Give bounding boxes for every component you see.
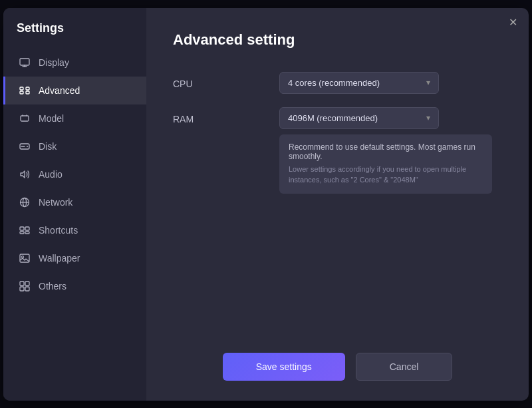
sidebar-item-advanced[interactable]: Advanced bbox=[3, 77, 146, 104]
page-title: Advanced setting bbox=[173, 31, 502, 49]
disk-icon bbox=[19, 140, 31, 152]
sidebar-item-label: Network bbox=[39, 197, 72, 208]
shortcuts-icon bbox=[19, 224, 31, 236]
svg-rect-13 bbox=[25, 232, 29, 234]
ram-control: 4096M (recommended) ▾ Recommend to use d… bbox=[279, 107, 502, 194]
model-icon bbox=[19, 112, 31, 124]
advanced-icon bbox=[19, 85, 31, 97]
svg-rect-10 bbox=[20, 227, 24, 230]
settings-dialog: ✕ Settings Display bbox=[3, 8, 529, 401]
svg-point-7 bbox=[27, 146, 28, 147]
sidebar-item-display[interactable]: Display bbox=[3, 49, 146, 77]
sidebar-item-audio[interactable]: Audio bbox=[3, 160, 146, 188]
cpu-value: 4 cores (recommended) bbox=[288, 78, 380, 88]
svg-rect-0 bbox=[20, 59, 29, 65]
network-icon bbox=[19, 196, 31, 208]
svg-rect-14 bbox=[20, 254, 29, 262]
tooltip-line1: Recommend to use default settings. Most … bbox=[289, 142, 483, 161]
svg-rect-16 bbox=[20, 282, 24, 286]
save-button[interactable]: Save settings bbox=[223, 353, 345, 381]
audio-icon bbox=[19, 168, 31, 180]
sidebar-item-label: Others bbox=[39, 281, 66, 292]
cpu-row: CPU 4 cores (recommended) ▾ bbox=[173, 72, 502, 94]
sidebar-item-label: Audio bbox=[39, 169, 63, 180]
sidebar-item-wallpaper[interactable]: Wallpaper bbox=[3, 244, 146, 272]
svg-rect-5 bbox=[21, 116, 29, 121]
sidebar-item-disk[interactable]: Disk bbox=[3, 132, 146, 160]
svg-rect-19 bbox=[25, 287, 29, 291]
svg-rect-1 bbox=[20, 87, 23, 90]
settings-form: CPU 4 cores (recommended) ▾ RAM 4096M (r… bbox=[173, 72, 502, 339]
sidebar-item-label: Display bbox=[39, 57, 69, 68]
display-icon bbox=[19, 57, 31, 69]
cancel-button[interactable]: Cancel bbox=[356, 353, 453, 381]
main-content: Advanced setting CPU 4 cores (recommende… bbox=[146, 8, 529, 401]
sidebar-item-label: Model bbox=[39, 113, 64, 124]
ram-value: 4096M (recommended) bbox=[288, 113, 378, 123]
chevron-down-icon: ▾ bbox=[426, 78, 430, 87]
sidebar-item-label: Shortcuts bbox=[39, 225, 78, 236]
dialog-overlay: ✕ Settings Display bbox=[0, 0, 532, 408]
tooltip-box: Recommend to use default settings. Most … bbox=[279, 134, 492, 194]
footer-buttons: Save settings Cancel bbox=[173, 339, 502, 381]
ram-dropdown[interactable]: 4096M (recommended) ▾ bbox=[279, 107, 439, 129]
sidebar-item-shortcuts[interactable]: Shortcuts bbox=[3, 216, 146, 244]
sidebar-item-model[interactable]: Model bbox=[3, 104, 146, 132]
svg-rect-11 bbox=[25, 227, 29, 230]
svg-point-15 bbox=[22, 256, 24, 258]
cpu-control: 4 cores (recommended) ▾ bbox=[279, 72, 502, 94]
cpu-dropdown[interactable]: 4 cores (recommended) ▾ bbox=[279, 72, 439, 94]
others-icon bbox=[19, 280, 31, 292]
wallpaper-icon bbox=[19, 252, 31, 264]
svg-rect-3 bbox=[20, 91, 23, 94]
sidebar-item-label: Disk bbox=[39, 141, 57, 152]
svg-rect-18 bbox=[20, 287, 24, 291]
svg-rect-12 bbox=[20, 232, 24, 234]
ram-row: RAM 4096M (recommended) ▾ Recommend to u… bbox=[173, 107, 502, 194]
ram-label: RAM bbox=[173, 107, 279, 124]
close-button[interactable]: ✕ bbox=[505, 15, 521, 31]
cpu-label: CPU bbox=[173, 72, 279, 89]
svg-rect-17 bbox=[25, 282, 29, 286]
chevron-down-icon: ▾ bbox=[426, 113, 430, 122]
svg-rect-4 bbox=[26, 91, 29, 94]
sidebar-title: Settings bbox=[3, 21, 146, 49]
tooltip-line2: Lower settings accordingly if you need t… bbox=[289, 164, 483, 186]
sidebar-item-label: Advanced bbox=[39, 85, 80, 96]
sidebar-item-label: Wallpaper bbox=[39, 253, 80, 264]
svg-rect-2 bbox=[26, 87, 29, 90]
sidebar-item-network[interactable]: Network bbox=[3, 188, 146, 216]
sidebar: Settings Display bbox=[3, 8, 146, 401]
sidebar-item-others[interactable]: Others bbox=[3, 272, 146, 300]
